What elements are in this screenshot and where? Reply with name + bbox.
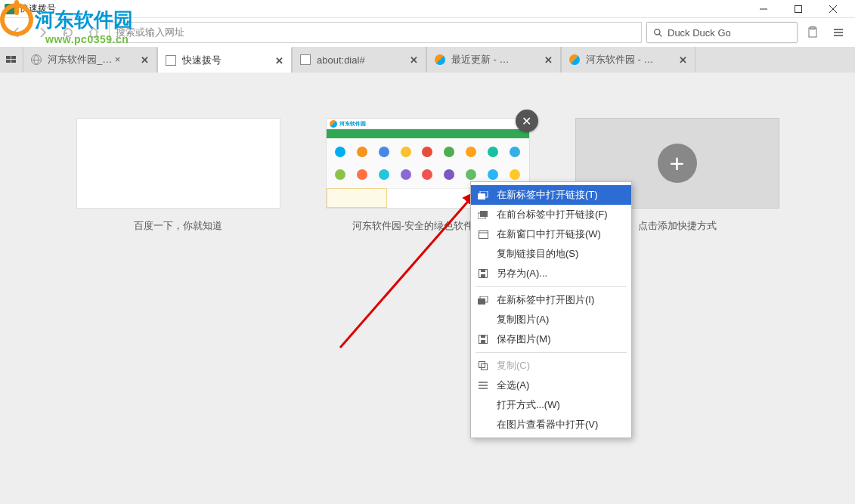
dial-tile-0[interactable]: 百度一下，你就知道 [76,118,280,233]
context-menu-label: 复制链接目的地(S) [497,247,578,261]
search-bar[interactable]: Duck Duck Go [646,22,798,43]
tab-close-icon[interactable]: ✕ [544,55,553,64]
svg-rect-28 [481,335,485,338]
minimize-button[interactable] [746,0,781,18]
navigation-toolbar: 搜索或输入网址 Duck Duck Go [0,18,855,47]
context-menu-item-3[interactable]: 复制链接目的地(S) [471,244,631,264]
tab-0[interactable]: 河东软件园_… ×✕ [23,47,157,73]
context-menu-item-4[interactable]: 另存为(A)... [471,264,631,283]
context-menu-label: 复制图片(A) [497,313,549,326]
svg-rect-27 [481,340,485,343]
context-menu-label: 打开方式...(W) [497,398,560,412]
context-menu-item-0[interactable]: 在新标签中打开链接(T) [471,185,631,205]
window-title: 快速拨号 [20,2,56,15]
context-menu-label: 在新标签中打开链接(T) [497,188,598,202]
clipboard-button[interactable] [802,22,823,43]
context-menu-label: 另存为(A)... [497,267,547,280]
context-menu-label: 在图片查看器中打开(V) [497,418,598,431]
home-button[interactable] [83,22,104,43]
tab-title: 最近更新 - … [451,53,537,66]
context-menu-item-8[interactable]: 保存图片(M) [471,329,631,349]
empty-icon [300,54,311,65]
context-menu-label: 保存图片(M) [497,332,551,346]
context-menu-item-11[interactable]: 全选(A) [471,376,631,395]
tab-4[interactable]: 河东软件园 - …✕ [561,47,695,73]
tab-title: about:dial# [317,54,403,66]
tabs-icon [477,191,489,199]
tab-title: 快速拨号 [182,54,268,67]
context-menu-label: 在新标签中打开图片(I) [497,293,594,307]
tab-title: 河东软件园 - … [586,53,672,66]
context-menu-item-6[interactable]: 在新标签中打开图片(I) [471,290,631,310]
tab-strip: 河东软件园_… ×✕快速拨号✕about:dial#✕最近更新 - …✕河东软件… [0,47,855,73]
window-icon [477,230,489,239]
empty-icon [166,55,176,66]
svg-point-4 [655,29,660,34]
forward-button[interactable] [32,22,53,43]
context-menu-label: 全选(A) [497,379,529,392]
context-menu-item-2[interactable]: 在新窗口中打开链接(W) [471,224,631,244]
context-menu-item-13[interactable]: 在图片查看器中打开(V) [471,415,631,434]
save-icon [477,269,489,278]
svg-rect-14 [11,60,16,63]
tab-title: 河东软件园_… × [48,53,134,66]
favcolor-icon [435,54,445,65]
tab-2[interactable]: about:dial#✕ [292,47,426,73]
context-menu-item-10: 复制(C) [471,356,631,376]
search-icon [653,28,663,38]
context-menu-item-1[interactable]: 在前台标签中打开链接(F) [471,205,631,224]
address-bar[interactable]: 搜索或输入网址 [109,22,642,43]
svg-line-5 [659,34,661,36]
svg-rect-13 [6,60,11,63]
speed-dial-page: 百度一下，你就知道河东软件园✕河东软件园-安全的绿色软件下载…+点击添加快捷方式 [0,73,855,504]
tab-1[interactable]: 快速拨号✕ [157,47,292,73]
tab-close-icon[interactable]: ✕ [409,55,418,64]
reload-button[interactable] [57,22,79,43]
tab-3[interactable]: 最近更新 - …✕ [426,47,561,73]
svg-rect-29 [479,362,485,368]
svg-rect-30 [482,364,488,370]
title-bar: 快速拨号 [0,0,855,18]
tile-label: 点击添加快捷方式 [638,219,717,233]
tab-list-button[interactable] [0,47,23,73]
context-menu-separator [476,286,627,287]
search-placeholder: Duck Duck Go [668,27,731,39]
tab-close-icon[interactable]: ✕ [678,55,687,64]
context-menu-item-12[interactable]: 打开方式...(W) [471,395,631,415]
address-placeholder: 搜索或输入网址 [116,26,184,39]
back-button[interactable] [6,22,27,43]
tab-fg-icon [477,211,489,219]
copy-icon [477,361,489,370]
svg-rect-15 [478,193,485,199]
context-menu-label: 在前台标签中打开链接(F) [497,208,608,221]
globe-icon [31,54,42,65]
favcolor-icon [569,54,580,65]
tab-close-icon[interactable]: ✕ [140,55,149,64]
context-menu-label: 在新窗口中打开链接(W) [497,227,601,241]
svg-rect-19 [479,230,488,238]
selall-icon [477,382,489,389]
context-menu-separator [476,352,627,353]
menu-button[interactable] [828,22,849,43]
context-menu[interactable]: 在新标签中打开链接(T)在前台标签中打开链接(F)在新窗口中打开链接(W)复制链… [470,181,632,438]
maximize-button[interactable] [781,0,816,18]
svg-rect-12 [11,56,16,59]
svg-rect-1 [795,5,802,12]
svg-rect-17 [480,211,488,217]
tile-label: 百度一下，你就知道 [134,219,222,233]
context-menu-label: 复制(C) [497,359,530,373]
svg-rect-23 [481,270,485,272]
save-icon [477,335,489,344]
tab-close-icon[interactable]: ✕ [274,56,283,65]
tile-close-icon[interactable]: ✕ [516,110,538,132]
context-menu-item-7[interactable]: 复制图片(A) [471,310,631,329]
tile-thumbnail[interactable] [76,118,280,209]
svg-rect-24 [478,298,485,305]
close-button[interactable] [816,0,850,18]
tabs-icon [477,296,489,305]
app-icon [5,4,15,14]
svg-rect-22 [481,274,485,277]
svg-rect-11 [6,56,11,59]
plus-icon: + [658,144,697,183]
